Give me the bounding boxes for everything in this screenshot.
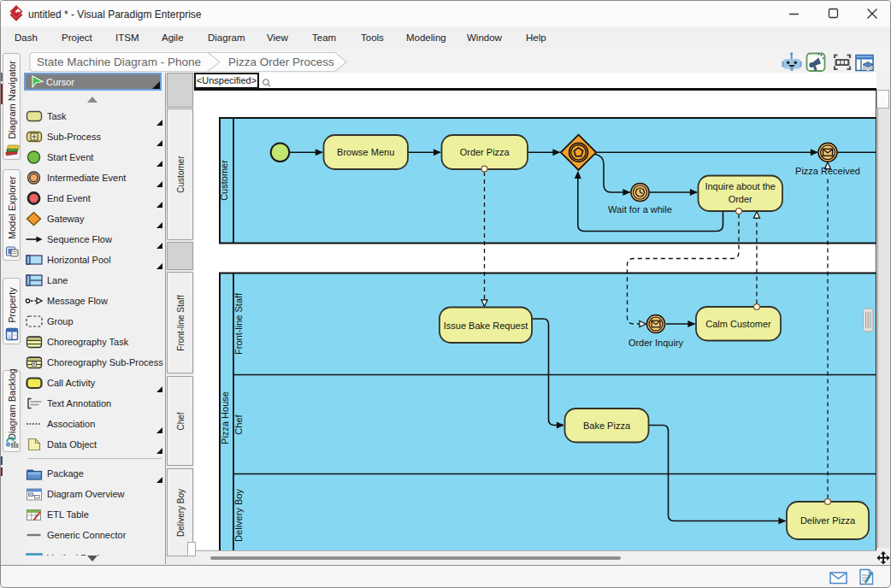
svg-text:Inquire about the: Inquire about the (705, 181, 776, 191)
svg-text:Chef: Chef (233, 414, 244, 434)
svg-text:Pizza House: Pizza House (220, 391, 230, 444)
svg-text:Delivery Boy: Delivery Boy (233, 489, 244, 542)
svg-text:Bake Pizza: Bake Pizza (583, 420, 631, 431)
svg-text:Order Inquiry: Order Inquiry (628, 338, 684, 348)
svg-text:Order: Order (729, 194, 752, 204)
svg-text:Deliver Pizza: Deliver Pizza (800, 515, 856, 526)
svg-text:Order Pizza: Order Pizza (460, 147, 510, 157)
svg-text:State Machine Diagram - Phone: State Machine Diagram - Phone (37, 56, 201, 68)
svg-text:Wait for a while: Wait for a while (608, 204, 672, 215)
svg-text:Front-line Staff: Front-line Staff (233, 292, 244, 355)
svg-text:Calm Customer: Calm Customer (705, 319, 771, 329)
svg-text:Customer: Customer (219, 160, 229, 201)
svg-text:Pizza Order Process: Pizza Order Process (228, 56, 334, 68)
svg-text:Issue Bake Request: Issue Bake Request (444, 320, 528, 331)
svg-text:Browse Menu: Browse Menu (337, 147, 394, 157)
svg-text:Pizza Received: Pizza Received (795, 166, 860, 176)
